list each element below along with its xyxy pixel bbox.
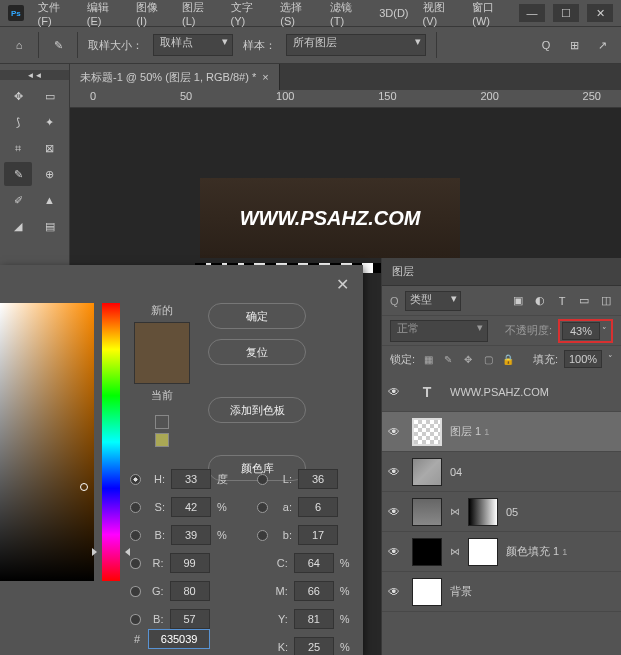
window-maximize[interactable]: ☐ bbox=[553, 4, 579, 22]
lock-label: 锁定: bbox=[390, 352, 415, 367]
lock-pixels-icon[interactable]: ▦ bbox=[421, 352, 435, 366]
input-r[interactable] bbox=[170, 553, 210, 573]
layers-tab[interactable]: 图层 bbox=[382, 258, 621, 286]
input-h[interactable] bbox=[171, 469, 211, 489]
input-b2[interactable] bbox=[298, 525, 338, 545]
move-tool[interactable]: ✥ bbox=[4, 84, 32, 108]
lock-position-icon[interactable]: ✥ bbox=[461, 352, 475, 366]
cube-icon[interactable] bbox=[155, 415, 169, 429]
eraser-tool[interactable]: ◢ bbox=[4, 214, 32, 238]
hue-slider[interactable] bbox=[102, 303, 120, 581]
visibility-icon[interactable]: 👁 bbox=[388, 465, 404, 479]
visibility-icon[interactable]: 👁 bbox=[388, 585, 404, 599]
layer-row[interactable]: 👁04 bbox=[382, 452, 621, 492]
options-bar: ⌂ ✎ 取样大小： 取样点 样本： 所有图层 Q ⊞ ↗ bbox=[0, 26, 621, 64]
window-minimize[interactable]: — bbox=[519, 4, 545, 22]
menu-3d[interactable]: 3D(D) bbox=[373, 3, 414, 23]
layout-icon[interactable]: ⊞ bbox=[565, 36, 583, 54]
reset-button[interactable]: 复位 bbox=[208, 339, 306, 365]
filter-image-icon[interactable]: ▣ bbox=[511, 294, 525, 308]
gradient-tool[interactable]: ▤ bbox=[36, 214, 64, 238]
opacity-highlight: ˅ bbox=[558, 319, 613, 343]
add-swatch-button[interactable]: 添加到色板 bbox=[208, 397, 306, 423]
eyedropper-tool[interactable]: ✎ bbox=[4, 162, 32, 186]
radio-h[interactable] bbox=[130, 474, 141, 485]
layer-row[interactable]: 👁图层 1 1 bbox=[382, 412, 621, 452]
input-bb[interactable] bbox=[170, 609, 210, 629]
filter-type-select[interactable]: 类型 bbox=[405, 291, 461, 311]
share-icon[interactable]: ↗ bbox=[593, 36, 611, 54]
menu-window[interactable]: 窗口(W) bbox=[466, 0, 517, 31]
lock-artboard-icon[interactable]: ▢ bbox=[481, 352, 495, 366]
search-icon[interactable]: Q bbox=[390, 295, 399, 307]
mask-thumb bbox=[468, 538, 498, 566]
brush-tool[interactable]: ✐ bbox=[4, 188, 32, 212]
wand-tool[interactable]: ✦ bbox=[36, 110, 64, 134]
home-icon[interactable]: ⌂ bbox=[10, 36, 28, 54]
radio-b[interactable] bbox=[130, 530, 141, 541]
visibility-icon[interactable]: 👁 bbox=[388, 425, 404, 439]
input-b[interactable] bbox=[171, 525, 211, 545]
filter-adjust-icon[interactable]: ◐ bbox=[533, 294, 547, 308]
frame-tool[interactable]: ⊠ bbox=[36, 136, 64, 160]
input-g[interactable] bbox=[170, 581, 210, 601]
layer-row[interactable]: 👁⋈05 bbox=[382, 492, 621, 532]
blend-mode-select[interactable]: 正常 bbox=[390, 320, 488, 342]
radio-r[interactable] bbox=[130, 558, 141, 569]
input-m[interactable] bbox=[294, 581, 334, 601]
filter-smart-icon[interactable]: ◫ bbox=[599, 294, 613, 308]
visibility-icon[interactable]: 👁 bbox=[388, 545, 404, 559]
menu-file[interactable]: 文件(F) bbox=[32, 0, 79, 31]
fill-input[interactable] bbox=[564, 350, 602, 368]
menu-view[interactable]: 视图(V) bbox=[417, 0, 465, 31]
input-a[interactable] bbox=[298, 497, 338, 517]
layer-row[interactable]: 👁TWWW.PSAHZ.COM bbox=[382, 372, 621, 412]
menu-filter[interactable]: 滤镜(T) bbox=[324, 0, 371, 31]
eyedropper-icon[interactable]: ✎ bbox=[49, 36, 67, 54]
menu-layer[interactable]: 图层(L) bbox=[176, 0, 223, 31]
window-close[interactable]: ✕ bbox=[587, 4, 613, 22]
marquee-tool[interactable]: ▭ bbox=[36, 84, 64, 108]
input-c[interactable] bbox=[294, 553, 334, 573]
input-s[interactable] bbox=[171, 497, 211, 517]
heal-tool[interactable]: ⊕ bbox=[36, 162, 64, 186]
radio-l[interactable] bbox=[257, 474, 268, 485]
menu-select[interactable]: 选择(S) bbox=[274, 0, 322, 31]
radio-a[interactable] bbox=[257, 502, 268, 513]
lock-paint-icon[interactable]: ✎ bbox=[441, 352, 455, 366]
radio-bb[interactable] bbox=[130, 614, 141, 625]
close-icon[interactable]: ✕ bbox=[336, 275, 349, 294]
websafe-icon[interactable] bbox=[155, 433, 169, 447]
toolbox-collapse[interactable]: ◄◄ bbox=[0, 70, 69, 80]
menu-text[interactable]: 文字(Y) bbox=[225, 0, 273, 31]
layer-row[interactable]: 👁背景 bbox=[382, 572, 621, 612]
radio-g[interactable] bbox=[130, 586, 141, 597]
visibility-icon[interactable]: 👁 bbox=[388, 385, 404, 399]
filter-text-icon[interactable]: T bbox=[555, 294, 569, 308]
radio-s[interactable] bbox=[130, 502, 141, 513]
sample-select[interactable]: 所有图层 bbox=[286, 34, 426, 56]
menu-image[interactable]: 图像(I) bbox=[130, 0, 174, 31]
lock-all-icon[interactable]: 🔒 bbox=[501, 352, 515, 366]
input-l[interactable] bbox=[298, 469, 338, 489]
lasso-tool[interactable]: ⟆ bbox=[4, 110, 32, 134]
input-hex[interactable] bbox=[148, 629, 210, 649]
fill-label: 填充: bbox=[533, 352, 558, 367]
layer-thumb bbox=[412, 418, 442, 446]
visibility-icon[interactable]: 👁 bbox=[388, 505, 404, 519]
crop-tool[interactable]: ⌗ bbox=[4, 136, 32, 160]
tab-close-icon[interactable]: × bbox=[262, 71, 268, 83]
saturation-field[interactable] bbox=[0, 303, 94, 581]
menu-edit[interactable]: 编辑(E) bbox=[81, 0, 129, 31]
sample-size-select[interactable]: 取样点 bbox=[153, 34, 233, 56]
ok-button[interactable]: 确定 bbox=[208, 303, 306, 329]
opacity-input[interactable] bbox=[562, 322, 600, 340]
filter-shape-icon[interactable]: ▭ bbox=[577, 294, 591, 308]
layer-row[interactable]: 👁⋈颜色填充 1 1 bbox=[382, 532, 621, 572]
input-k[interactable] bbox=[294, 637, 334, 655]
stamp-tool[interactable]: ▲ bbox=[36, 188, 64, 212]
document-tab[interactable]: 未标题-1 @ 50% (图层 1, RGB/8#) * × bbox=[70, 64, 280, 90]
input-y[interactable] bbox=[294, 609, 334, 629]
radio-b2[interactable] bbox=[257, 530, 268, 541]
search-icon[interactable]: Q bbox=[537, 36, 555, 54]
